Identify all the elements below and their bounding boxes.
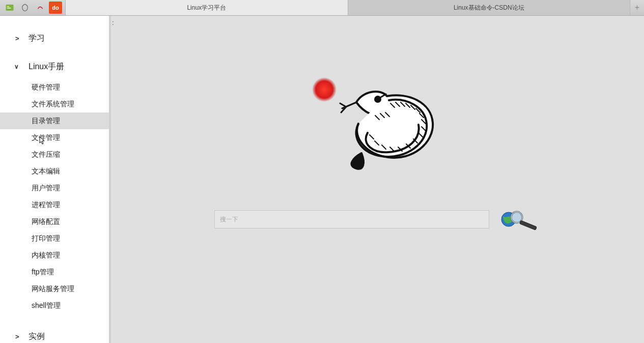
- nav-sub-item[interactable]: 文件管理: [0, 129, 109, 146]
- nav-sub-label: 文件管理: [32, 133, 60, 142]
- nav-linux-manual[interactable]: Linux手册: [0, 54, 109, 79]
- nav-sublist: 硬件管理文件系统管理目录管理文件管理文件压缩文本编辑用户管理进程管理网络配置打印…: [0, 79, 109, 314]
- new-tab-button[interactable]: +: [630, 0, 644, 15]
- nav-sub-label: 目录管理: [32, 117, 60, 126]
- nav-sub-item[interactable]: 文件压缩: [0, 146, 109, 163]
- nav-sub-label: 内核管理: [32, 251, 60, 260]
- nav-sub-item[interactable]: ftp管理: [0, 264, 109, 280]
- nav-sub-item[interactable]: 网络配置: [0, 213, 109, 230]
- nav-sub-label: ftp管理: [32, 268, 54, 277]
- nav-sub-label: shell管理: [32, 301, 61, 310]
- logo-image: [301, 67, 454, 174]
- svg-point-4: [312, 77, 337, 102]
- nav-sub-item[interactable]: 打印管理: [0, 230, 109, 247]
- browser-tab-inactive[interactable]: Linux基础命令-CSDN论坛: [348, 0, 630, 15]
- nav-examples[interactable]: 实例: [0, 324, 109, 343]
- search-input[interactable]: [214, 210, 489, 228]
- svg-rect-10: [519, 220, 537, 230]
- nav-sub-item[interactable]: 文件系统管理: [0, 96, 109, 112]
- nav-sub-label: 文件压缩: [32, 150, 60, 159]
- nav-sub-item[interactable]: 网站服务管理: [0, 280, 109, 297]
- nav-sub-label: 网站服务管理: [32, 284, 74, 294]
- main-content: :: [111, 16, 644, 343]
- nav-sub-item[interactable]: 目录管理: [0, 112, 109, 129]
- nav-learn[interactable]: 学习: [0, 26, 109, 50]
- nav-sub-label: 打印管理: [32, 234, 60, 243]
- nav-sub-item[interactable]: 文本编辑: [0, 163, 109, 180]
- nav-sub-label: 进程管理: [32, 201, 60, 210]
- nav-sub-label: 文件系统管理: [32, 100, 74, 109]
- tab-label: Linux基础命令-CSDN论坛: [454, 4, 524, 12]
- nav-sub-label: 网络配置: [32, 217, 60, 226]
- nav-sub-label: 用户管理: [32, 184, 60, 193]
- nav-label: 实例: [29, 331, 45, 342]
- svg-rect-2: [7, 8, 11, 9]
- pinned-tab-2[interactable]: [18, 2, 32, 14]
- prefix-text: :: [112, 19, 114, 26]
- nav-sub-label: 文本编辑: [32, 167, 60, 176]
- browser-tab-active[interactable]: Linux学习平台: [65, 0, 348, 15]
- nav-sub-item[interactable]: 内核管理: [0, 247, 109, 264]
- nav-sub-item[interactable]: 进程管理: [0, 196, 109, 213]
- search-button[interactable]: [499, 208, 541, 231]
- nav-label: Linux手册: [29, 62, 64, 72]
- svg-point-5: [375, 97, 380, 102]
- nav-sub-item[interactable]: 用户管理: [0, 180, 109, 196]
- pinned-tab-1[interactable]: [3, 2, 16, 14]
- pinned-tab-3[interactable]: [34, 2, 47, 14]
- pinned-tab-4[interactable]: do: [49, 2, 62, 14]
- nav-sub-label: 硬件管理: [32, 83, 60, 92]
- nav-label: 学习: [29, 33, 45, 44]
- nav-sub-item[interactable]: 硬件管理: [0, 79, 109, 96]
- nav-sub-item[interactable]: shell管理: [0, 297, 109, 314]
- tab-label: Linux学习平台: [187, 4, 226, 12]
- browser-tab-bar: do Linux学习平台 Linux基础命令-CSDN论坛 +: [0, 0, 644, 16]
- svg-point-3: [40, 7, 41, 8]
- sidebar: 学习 Linux手册 硬件管理文件系统管理目录管理文件管理文件压缩文本编辑用户管…: [0, 16, 111, 343]
- svg-rect-1: [7, 6, 10, 7]
- tab-pinned-icons: do: [0, 0, 65, 15]
